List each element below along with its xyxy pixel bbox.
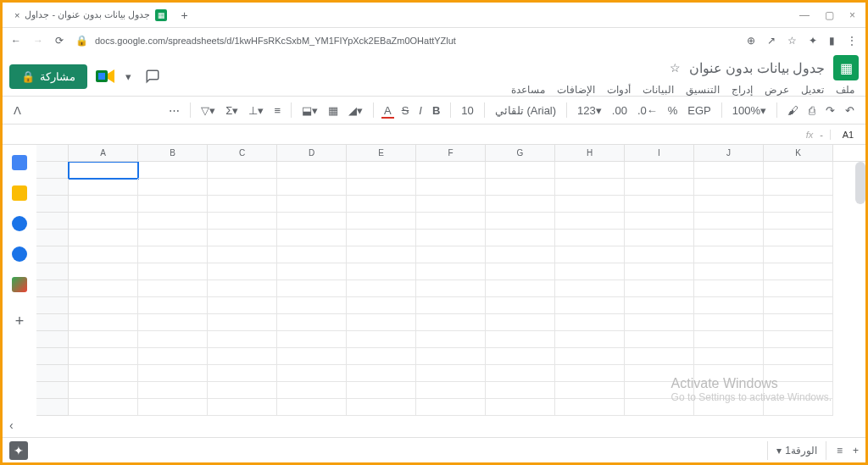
cell[interactable] xyxy=(416,162,486,179)
cell[interactable] xyxy=(208,196,277,213)
cell[interactable] xyxy=(69,196,138,213)
cell[interactable] xyxy=(625,280,694,297)
col-header[interactable]: J xyxy=(694,145,764,161)
row-header[interactable] xyxy=(36,280,69,297)
cell[interactable] xyxy=(69,314,138,331)
cell[interactable] xyxy=(416,348,486,365)
cell[interactable] xyxy=(347,280,416,297)
cell[interactable] xyxy=(625,263,694,280)
cell[interactable] xyxy=(347,179,416,196)
cell[interactable] xyxy=(486,179,555,196)
menu-format[interactable]: التنسيق xyxy=(683,82,722,97)
cell[interactable] xyxy=(625,246,694,263)
back-icon[interactable]: ← xyxy=(11,35,21,47)
cell[interactable] xyxy=(347,399,416,416)
cell[interactable] xyxy=(694,246,764,263)
cell[interactable] xyxy=(138,196,208,213)
cell[interactable] xyxy=(694,162,764,179)
cell[interactable] xyxy=(555,382,625,399)
cell[interactable] xyxy=(277,230,347,246)
cell[interactable] xyxy=(486,365,555,382)
row-header[interactable] xyxy=(36,348,69,365)
cell[interactable] xyxy=(138,162,208,179)
cell[interactable] xyxy=(208,331,277,348)
cell[interactable] xyxy=(347,348,416,365)
cell[interactable] xyxy=(486,246,555,263)
cell[interactable] xyxy=(764,263,833,280)
col-header[interactable]: I xyxy=(625,145,694,161)
percent-format[interactable]: % xyxy=(665,102,681,119)
cell[interactable] xyxy=(694,179,764,196)
bookmark-icon[interactable]: ☆ xyxy=(787,35,797,47)
text-color-icon[interactable]: A xyxy=(381,102,394,119)
number-format[interactable]: 123 ▾ xyxy=(575,102,604,119)
font-size[interactable]: 10 xyxy=(459,102,476,119)
fill-icon[interactable]: ◢▾ xyxy=(346,102,365,119)
cell[interactable] xyxy=(486,196,555,213)
col-header[interactable]: F xyxy=(416,145,486,161)
cell[interactable] xyxy=(764,314,833,331)
cell[interactable] xyxy=(138,297,208,314)
filter-icon[interactable]: ▽▾ xyxy=(198,102,218,119)
row-header[interactable] xyxy=(36,230,69,246)
col-header[interactable]: C xyxy=(208,145,277,161)
cell[interactable] xyxy=(694,263,764,280)
row-header[interactable] xyxy=(36,331,69,348)
cell[interactable] xyxy=(277,331,347,348)
menu-data[interactable]: البيانات xyxy=(640,82,676,97)
reload-icon[interactable]: ⟳ xyxy=(55,35,64,47)
menu-file[interactable]: ملف xyxy=(833,82,857,97)
cell[interactable] xyxy=(555,213,625,230)
cell[interactable] xyxy=(416,280,486,297)
cell[interactable] xyxy=(764,213,833,230)
row-header[interactable] xyxy=(36,246,69,263)
menu-insert[interactable]: إدراج xyxy=(729,82,755,97)
more-icon[interactable]: ⋯ xyxy=(166,102,182,119)
cell[interactable] xyxy=(208,280,277,297)
cell[interactable] xyxy=(347,297,416,314)
cell[interactable] xyxy=(347,162,416,179)
add-sheet-icon[interactable]: + xyxy=(853,445,859,457)
cell[interactable] xyxy=(625,348,694,365)
cell[interactable] xyxy=(208,348,277,365)
share-url-icon[interactable]: ↗ xyxy=(767,35,776,47)
cell[interactable] xyxy=(69,382,138,399)
paint-format-icon[interactable]: 🖌 xyxy=(785,102,801,119)
cell[interactable] xyxy=(69,365,138,382)
cell[interactable] xyxy=(486,280,555,297)
font-select[interactable]: تلقائي (Arial) xyxy=(492,102,559,119)
cell[interactable] xyxy=(138,179,208,196)
cell[interactable] xyxy=(277,246,347,263)
cell[interactable] xyxy=(764,246,833,263)
col-header[interactable]: A xyxy=(69,145,138,161)
cell[interactable] xyxy=(138,399,208,416)
cell[interactable] xyxy=(416,365,486,382)
cell[interactable] xyxy=(625,331,694,348)
cell[interactable] xyxy=(138,263,208,280)
cell[interactable] xyxy=(694,196,764,213)
cell[interactable] xyxy=(555,399,625,416)
col-header[interactable]: G xyxy=(486,145,555,161)
cell[interactable] xyxy=(69,179,138,196)
row-header[interactable] xyxy=(36,196,69,213)
select-all-corner[interactable] xyxy=(36,145,69,161)
cell[interactable] xyxy=(764,230,833,246)
cell[interactable] xyxy=(208,246,277,263)
menu-edit[interactable]: تعديل xyxy=(798,82,826,97)
cell[interactable] xyxy=(208,382,277,399)
row-header[interactable] xyxy=(36,162,69,179)
cell[interactable] xyxy=(694,213,764,230)
col-header[interactable]: D xyxy=(277,145,347,161)
col-header[interactable]: B xyxy=(138,145,208,161)
cell[interactable] xyxy=(347,213,416,230)
spreadsheet-grid[interactable]: A B C D E F G H I J K Activate Windows G… xyxy=(36,145,865,437)
cell[interactable] xyxy=(555,348,625,365)
cell[interactable] xyxy=(416,382,486,399)
sheet-tab[interactable]: ▾ الورقة1 xyxy=(767,441,826,460)
cell[interactable] xyxy=(764,348,833,365)
sheet-tab-menu-icon[interactable]: ▾ xyxy=(776,445,782,457)
collapse-toolbar-icon[interactable]: ᐱ xyxy=(11,102,24,119)
cell[interactable] xyxy=(694,348,764,365)
close-tab-icon[interactable]: × xyxy=(14,10,19,20)
redo-icon[interactable]: ↷ xyxy=(823,102,837,119)
